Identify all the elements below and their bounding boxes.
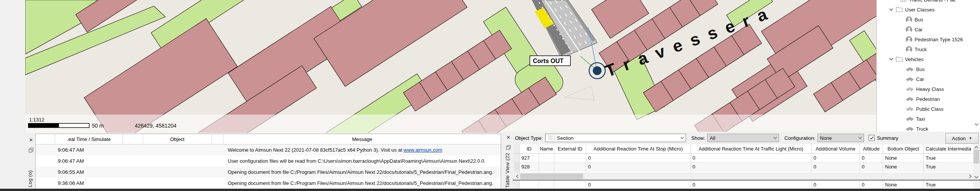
tree-item-label: Truck — [916, 126, 928, 132]
log-message: Welcome to Aimsun Next 22 (2021-07-08 83… — [225, 147, 501, 153]
log-col-object[interactable]: Object — [143, 134, 212, 144]
grid-icon — [900, 0, 906, 2]
scale-distance: 50 m — [92, 123, 104, 129]
close-icon[interactable]: ✕ — [28, 138, 34, 143]
configuration-select[interactable]: None — [817, 134, 864, 142]
node-label[interactable]: Corts OUT — [530, 56, 570, 66]
object-type-select[interactable]: Section — [545, 134, 686, 142]
tree-item-userclass-car[interactable]: Car — [877, 24, 980, 34]
cursor-coordinates: 426429, 4581204 — [135, 123, 176, 129]
tree-item-label: Taxi — [916, 116, 925, 122]
tree-item-label: Public Class — [916, 106, 944, 112]
tree-item-traffic-demand[interactable]: Traffic Demand - Flat — [877, 0, 980, 5]
log-time: 9:06:47 AM — [55, 147, 125, 153]
col-altitude[interactable]: Altitude — [860, 144, 883, 154]
section-type-icon — [547, 135, 555, 141]
tree-item-userclass-pedestrian-type[interactable]: Pedestrian Type 1526 — [877, 34, 980, 44]
show-label: Show: — [691, 135, 705, 141]
col-bottom-object[interactable]: Bottom Object — [883, 144, 924, 154]
col-name[interactable]: Name — [539, 144, 554, 154]
tree-item-user-classes[interactable]: User Classes — [877, 5, 980, 15]
show-select[interactable]: All — [707, 134, 779, 142]
tree-item-userclass-truck[interactable]: Truck — [877, 44, 980, 54]
check-icon — [870, 136, 874, 140]
map-view[interactable]: Travessera Corts OUT 1:1312 50 m 426429,… — [25, 0, 876, 134]
tree-scroll-down-icon[interactable] — [974, 123, 979, 126]
table-view-panel: ✕ Table View (22 Object Type: Section Sh… — [503, 132, 980, 189]
tree-item-vehicle-heavy-class[interactable]: Heavy Class — [877, 84, 980, 94]
col-additional-volume[interactable]: Additional Volume — [812, 144, 860, 154]
chevron-down-icon — [857, 137, 864, 139]
col-reaction-traffic-light[interactable]: Additional Reaction Time At Traffic Ligh… — [691, 144, 812, 154]
map-canvas[interactable]: Travessera Corts OUT 1:1312 50 m 426429,… — [25, 0, 876, 134]
scrollbar-thumb[interactable] — [973, 150, 979, 163]
table-row[interactable]: 928 0 0 0 0 None True — [514, 162, 973, 171]
scroll-down-icon[interactable] — [973, 174, 980, 180]
log-panel-controls: ✕ Log (o) — [25, 133, 35, 189]
log-message-text: Welcome to Aimsun Next 22 (2021-07-08 83… — [228, 147, 403, 153]
log-message: User configuration files will be read fr… — [225, 158, 501, 164]
table-row[interactable]: 927 0 0 0 0 None True — [514, 154, 973, 162]
tree-item-vehicle-taxi[interactable]: Taxi — [877, 114, 980, 124]
aimsun-link[interactable]: www.aimsun.com — [403, 147, 442, 153]
tree-item-label: Traffic Demand - Flat — [909, 0, 955, 3]
person-icon — [906, 46, 912, 53]
window-bottom-edge — [0, 189, 980, 191]
table-panel-controls: ✕ Table View (22 — [503, 132, 513, 189]
summary-checkbox[interactable] — [869, 135, 875, 141]
chevron-down-icon — [772, 137, 779, 139]
col-external-id[interactable]: External ID — [554, 144, 586, 154]
node-marker[interactable] — [593, 66, 602, 75]
log-row[interactable]: 9:06:47 AM Welcome to Aimsun Next 22 (20… — [36, 144, 501, 155]
tree-item-vehicle-public-class[interactable]: Public Class — [877, 104, 980, 114]
log-col-blank[interactable] — [123, 134, 143, 144]
table-view-tab-label[interactable]: Table View (22 — [505, 151, 510, 188]
person-icon — [906, 26, 912, 33]
float-panel-icon[interactable] — [506, 145, 511, 150]
float-panel-icon[interactable] — [28, 147, 34, 153]
tree-item-vehicle-car[interactable]: Car — [877, 74, 980, 84]
log-col-message[interactable]: Message — [224, 134, 501, 144]
col-id[interactable]: ID — [519, 144, 539, 154]
tree-item-label: Car — [915, 27, 923, 32]
summary-row[interactable]: 0 0 0 0 None True — [514, 181, 973, 189]
cell-id[interactable]: 928 — [519, 162, 539, 171]
scroll-right-icon[interactable] — [967, 173, 973, 180]
tree-item-vehicle-truck[interactable]: Truck — [877, 124, 980, 132]
person-icon — [906, 36, 912, 43]
chevron-down-icon[interactable] — [889, 58, 893, 61]
log-row[interactable]: 9:06:47 AM User configuration files will… — [36, 155, 501, 167]
car-icon — [906, 97, 914, 101]
log-time: 9:06:47 AM — [55, 158, 125, 164]
col-reaction-stop[interactable]: Additional Reaction Time At Stop (Micro) — [586, 144, 691, 154]
tree-item-label: Pedestrian — [916, 96, 940, 102]
vertical-scrollbar[interactable] — [973, 144, 980, 180]
close-icon[interactable]: ✕ — [506, 135, 511, 140]
row-header — [514, 144, 519, 154]
scroll-up-icon[interactable] — [973, 144, 980, 150]
log-row[interactable]: 9:36:06 AM Opening document from file C:… — [36, 178, 501, 189]
tree-item-vehicle-bus[interactable]: Bus — [877, 64, 980, 74]
log-col-blank[interactable] — [212, 134, 224, 144]
tree-item-userclass-bus[interactable]: Bus — [877, 15, 980, 24]
log-col-blank[interactable] — [36, 134, 55, 144]
summary-label: Summary — [877, 135, 898, 141]
project-tree-panel: Traffic Demand - Flat User Classes Bus C… — [876, 0, 980, 132]
tree-item-label: Pedestrian Type 1526 — [915, 37, 963, 42]
log-tab-label[interactable]: Log (o) — [27, 155, 33, 187]
log-row[interactable]: 9:06:55 AM Opening document from file C:… — [36, 167, 501, 178]
scroll-left-icon[interactable] — [514, 173, 520, 180]
tree-item-vehicle-pedestrian[interactable]: Pedestrian — [877, 94, 980, 104]
aimsun-next-window: Travessera Corts OUT 1:1312 50 m 426429,… — [0, 0, 980, 191]
horizontal-scrollbar[interactable] — [514, 173, 973, 180]
action-button[interactable]: Action ▼ — [946, 133, 978, 144]
col-calculate-intermediate[interactable]: Calculate Intermedia — [924, 144, 973, 154]
chevron-down-icon[interactable] — [889, 8, 893, 11]
cell-id[interactable]: 927 — [519, 154, 539, 162]
tree-item-vehicles[interactable]: Vehicles — [877, 54, 980, 64]
scrollbar-thumb[interactable] — [520, 173, 583, 179]
tree-item-label: Vehicles — [905, 57, 923, 62]
tree-item-label: Car — [916, 76, 924, 82]
tree-item-label: Heavy Class — [916, 86, 944, 92]
log-col-time[interactable]: .eal Time / Simulate — [55, 134, 123, 144]
